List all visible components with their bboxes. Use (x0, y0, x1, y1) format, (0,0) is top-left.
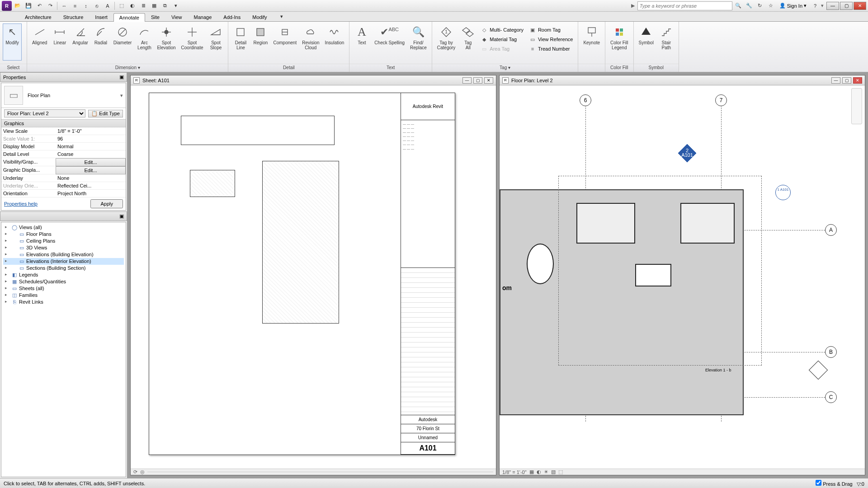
prop-value[interactable]: Edit... (56, 166, 126, 174)
tab-view[interactable]: View (165, 13, 188, 21)
detail-level-icon[interactable]: ▦ (529, 469, 534, 475)
tree-item[interactable]: ▭ Elevations (Interior Elevation) (3, 258, 124, 265)
section-callout[interactable]: 2A101 (678, 144, 692, 158)
view-control-bar[interactable]: ⟳ ◎ (131, 469, 496, 475)
grid-bubble-c[interactable]: C (825, 391, 837, 403)
linear-button[interactable]: Linear (50, 23, 69, 61)
close-view-button[interactable]: ✕ (853, 77, 862, 84)
tree-item[interactable]: ▭ Floor Plans (3, 231, 124, 238)
customize-icon[interactable]: ▾ (171, 1, 181, 11)
save-icon[interactable]: 💾 (24, 1, 33, 11)
grid-bubble-b[interactable]: B (825, 346, 837, 358)
tab-addins[interactable]: Add-Ins (217, 13, 246, 21)
room-tag-button[interactable]: ▣Room Tag (527, 25, 575, 34)
filter-icon[interactable]: ▽:0 (857, 481, 864, 487)
app-logo[interactable]: R (2, 1, 12, 11)
key-icon[interactable]: 🔧 (744, 1, 754, 11)
tree-item[interactable]: ◧ Legends (3, 272, 124, 278)
redo-icon[interactable]: ↷ (45, 1, 55, 11)
tree-item[interactable]: ⎘ Revit Links (3, 299, 124, 305)
search-box[interactable] (637, 1, 732, 10)
spot-coordinate-button[interactable]: Spot Coordinate (179, 23, 206, 61)
type-selector[interactable]: Floor Plan (28, 93, 50, 98)
switch-win-icon[interactable]: ⧉ (160, 1, 170, 11)
grid-bubble-a[interactable]: A (825, 224, 837, 236)
aligned-button[interactable]: Aligned (30, 23, 49, 61)
steering-icon[interactable]: ◎ (140, 469, 145, 475)
view-reference-button[interactable]: ▭View Reference (527, 35, 575, 44)
signin-button[interactable]: 👤 Sign In ▾ (777, 3, 809, 9)
chevron-down-icon[interactable]: ▾ (821, 3, 824, 9)
diameter-button[interactable]: Diameter (111, 23, 134, 61)
dimension-icon[interactable]: ↕ (81, 1, 91, 11)
3d-icon[interactable]: ⬚ (117, 1, 127, 11)
arc-length-button[interactable]: Arc Length (135, 23, 154, 61)
view-control-bar[interactable]: 1/8" = 1'-0" ▦ ◐ ☀ ▧ ⬚ (500, 469, 865, 475)
tag-icon[interactable]: ⎋ (92, 1, 102, 11)
prop-value[interactable]: None (56, 174, 126, 182)
undo-icon[interactable]: ↶ (34, 1, 44, 11)
apply-button[interactable]: Apply (90, 199, 123, 208)
elevation-marker[interactable] (809, 361, 828, 380)
tree-item[interactable]: ◯ Views (all) (3, 224, 124, 231)
edit-type-button[interactable]: 📋 Edit Type (88, 110, 123, 117)
color-fill-legend-button[interactable]: Color Fill Legend (608, 23, 630, 61)
tab-annotate[interactable]: Annotate (113, 13, 145, 22)
tree-item[interactable]: ▭ Sheets (all) (3, 285, 124, 292)
infocenter-arrow-icon[interactable]: ▶ (629, 3, 637, 9)
keynote-button[interactable]: Keynote (581, 23, 602, 61)
modify-button[interactable]: ↖ Modify (3, 23, 22, 61)
sunpath-icon[interactable]: ☀ (544, 469, 548, 475)
tree-item[interactable]: ▭ Sections (Building Section) (3, 265, 124, 272)
prop-value[interactable]: Coarse (56, 150, 126, 158)
maximize-view-button[interactable]: ▢ (473, 77, 482, 84)
angular-button[interactable]: Angular (70, 23, 90, 61)
scale-label[interactable]: 1/8" = 1'-0" (502, 469, 527, 475)
measure-icon[interactable]: ↔ (59, 1, 69, 11)
stair-path-button[interactable]: Stair Path (657, 23, 676, 61)
symbol-button[interactable]: Symbol (637, 23, 656, 61)
tree-item[interactable]: ▦ Schedules/Quantities (3, 278, 124, 285)
tree-item[interactable]: ▭ Elevations (Building Elevation) (3, 251, 124, 258)
close-button[interactable]: ✕ (854, 2, 866, 10)
panel-dimension-title[interactable]: Dimension ▾ (27, 64, 228, 72)
find-replace-button[interactable]: 🔍Find/ Replace (408, 23, 429, 61)
tab-architecture[interactable]: Architecture (19, 13, 57, 21)
prop-value[interactable]: 1/8" = 1'-0" (56, 127, 126, 135)
open-icon[interactable]: 📂 (13, 1, 23, 11)
prop-value[interactable]: Edit... (56, 158, 126, 166)
tab-site[interactable]: Site (145, 13, 165, 21)
close-view-button[interactable]: ✕ (484, 77, 493, 84)
navigation-bar[interactable] (851, 88, 862, 124)
recent-icon[interactable]: ↻ (755, 1, 765, 11)
tree-item[interactable]: ▭ Ceiling Plans (3, 238, 124, 244)
multi-category-button[interactable]: ◇Multi- Category (478, 25, 526, 34)
tree-item[interactable]: ▭ 3D Views (3, 244, 124, 251)
search-icon[interactable]: 🔍 (733, 1, 743, 11)
tag-all-button[interactable]: Tag All (458, 23, 477, 61)
text-button[interactable]: AText (352, 23, 371, 61)
prop-value[interactable]: Project North (56, 190, 126, 197)
maximize-view-button[interactable]: ▢ (842, 77, 851, 84)
section-head[interactable]: 1 A101 (775, 185, 791, 200)
prop-value[interactable]: Normal (56, 143, 126, 150)
insulation-button[interactable]: Insulation (323, 23, 347, 61)
floorplan-canvas[interactable]: 6 7 A B C 2A101 1 (500, 85, 865, 469)
shadows-icon[interactable]: ▧ (551, 469, 556, 475)
instance-selector[interactable]: Floor Plan: Level 2 (4, 109, 85, 117)
project-browser[interactable]: ◯ Views (all)▭ Floor Plans▭ Ceiling Plan… (1, 222, 126, 477)
tab-modify[interactable]: Modify (246, 13, 273, 21)
maximize-button[interactable]: ▢ (840, 2, 853, 10)
panel-tag-title[interactable]: Tag ▾ (432, 64, 578, 72)
search-input[interactable] (640, 3, 730, 9)
panel-text-title[interactable]: Text (349, 64, 431, 72)
graphics-section-header[interactable]: Graphics (1, 119, 126, 127)
tab-insert[interactable]: Insert (89, 13, 113, 21)
crop-icon[interactable]: ⬚ (558, 469, 563, 475)
minimize-view-button[interactable]: — (462, 77, 472, 84)
region-button[interactable]: Region (251, 23, 270, 61)
star-icon[interactable]: ☆ (766, 1, 776, 11)
press-drag-toggle[interactable]: Press & Drag (816, 481, 852, 487)
section-icon[interactable]: ◐ (127, 1, 137, 11)
align-icon[interactable]: ≡ (70, 1, 80, 11)
